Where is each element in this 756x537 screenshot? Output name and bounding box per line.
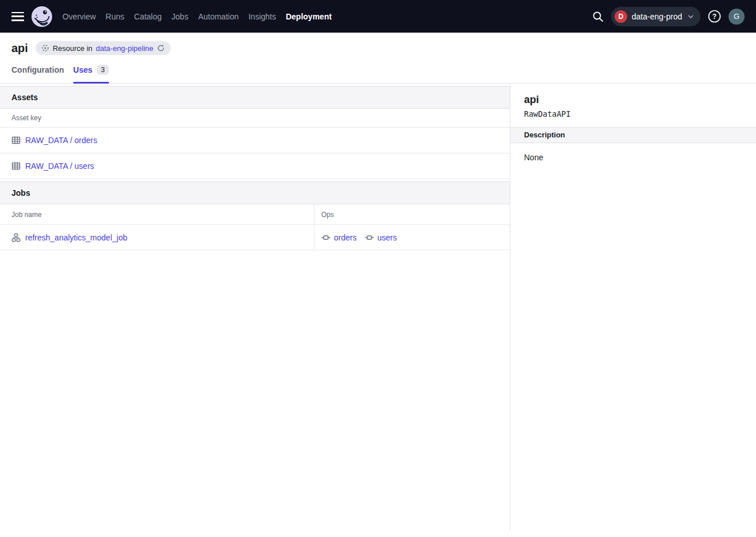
user-avatar[interactable]: G (729, 9, 745, 25)
job-graph-icon (11, 233, 21, 242)
content-area: Assets Asset key RAW_DATA / orders RAW_D… (0, 84, 756, 530)
top-navigation: Overview Runs Catalog Jobs Automation In… (0, 0, 756, 33)
asset-link[interactable]: RAW_DATA / users (25, 161, 94, 171)
op-link[interactable]: orders (334, 233, 357, 242)
asset-table-icon (11, 161, 21, 171)
deployment-name: data-eng-prod (632, 12, 682, 21)
nav-item-automation[interactable]: Automation (198, 12, 239, 21)
code-location-icon (41, 44, 49, 52)
page-header: api Resource in data-eng-pipeline (0, 33, 756, 61)
op-chip: users (365, 233, 397, 242)
panel-description-value: None (510, 143, 756, 172)
op-link[interactable]: users (377, 233, 397, 242)
asset-link[interactable]: RAW_DATA / orders (25, 136, 97, 145)
tab-uses-count-badge: 3 (97, 65, 109, 75)
asset-row: RAW_DATA / orders (0, 128, 510, 153)
uses-main-panel: Assets Asset key RAW_DATA / orders RAW_D… (0, 84, 510, 530)
nav-item-catalog[interactable]: Catalog (134, 12, 162, 21)
panel-resource-type: RawDataAPI (524, 109, 742, 119)
resource-detail-panel: api RawDataAPI Description None (510, 84, 756, 530)
refresh-icon[interactable] (157, 44, 165, 52)
resource-badge-prefix: Resource in (53, 44, 92, 53)
page-title: api (11, 42, 28, 55)
tab-uses[interactable]: Uses 3 (73, 61, 109, 83)
svg-text:?: ? (712, 13, 716, 21)
jobs-section-title: Jobs (11, 188, 30, 198)
assets-section-header: Assets (0, 86, 510, 109)
nav-right-cluster: D data-eng-prod ? G (592, 7, 745, 26)
op-chip: orders (321, 233, 357, 242)
nav-item-jobs[interactable]: Jobs (171, 12, 188, 21)
code-location-link[interactable]: data-eng-pipeline (96, 44, 153, 53)
search-icon[interactable] (592, 10, 604, 23)
asset-row: RAW_DATA / users (0, 153, 510, 179)
resource-location-badge: Resource in data-eng-pipeline (36, 41, 171, 55)
assets-column-header: Asset key (0, 109, 510, 128)
assets-section-title: Assets (11, 93, 38, 102)
tab-configuration-label: Configuration (11, 65, 64, 74)
jobs-column-ops: Ops (314, 204, 510, 224)
tab-configuration[interactable]: Configuration (11, 61, 64, 83)
nav-item-overview[interactable]: Overview (62, 12, 96, 21)
asset-table-icon (11, 136, 21, 145)
job-row: refresh_analytics_model_job orders (0, 225, 510, 250)
deployment-initial-badge: D (615, 10, 627, 23)
nav-item-deployment[interactable]: Deployment (286, 12, 332, 21)
job-link[interactable]: refresh_analytics_model_job (25, 233, 127, 242)
hamburger-menu-icon[interactable] (11, 12, 24, 21)
jobs-section-header: Jobs (0, 181, 510, 204)
tab-uses-label: Uses (73, 65, 92, 74)
help-icon[interactable]: ? (707, 9, 722, 23)
jobs-column-header-row: Job name Ops (0, 204, 510, 225)
nav-item-insights[interactable]: Insights (249, 12, 276, 21)
chevron-down-icon (687, 13, 695, 21)
jobs-column-name: Job name (0, 204, 314, 224)
nav-item-runs[interactable]: Runs (105, 12, 124, 21)
dagster-logo[interactable] (32, 6, 52, 27)
deployment-switcher[interactable]: D data-eng-prod (611, 7, 700, 26)
tab-bar: Configuration Uses 3 (0, 61, 756, 84)
panel-description-label: Description (510, 127, 756, 143)
primary-nav: Overview Runs Catalog Jobs Automation In… (62, 12, 332, 21)
panel-resource-title: api (524, 93, 742, 106)
op-icon (365, 233, 374, 242)
op-icon (321, 233, 330, 242)
